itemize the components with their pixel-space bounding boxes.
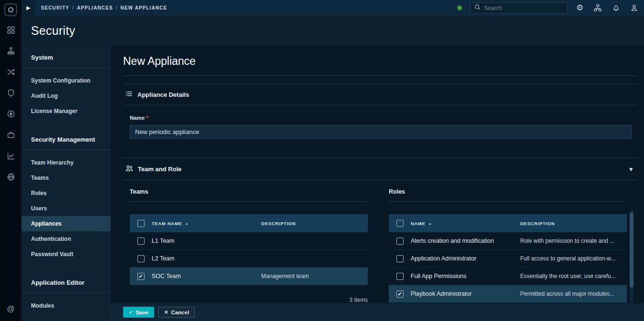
roles-panel: Roles NAME▲ DESCRIPTION Alerts creation …: [389, 180, 634, 321]
team-name-cell: L1 Team: [152, 238, 261, 244]
global-search: [470, 2, 568, 14]
settings-gear-icon[interactable]: ⚙: [576, 4, 583, 12]
team-icon: [125, 164, 134, 174]
sidebar-item-modules[interactable]: Modules: [21, 298, 111, 313]
collapse-chevron-icon[interactable]: ▾: [629, 166, 636, 173]
teams-column-name[interactable]: TEAM NAME▲: [152, 221, 261, 226]
row-checkbox[interactable]: [396, 238, 404, 245]
sidebar-section-security-management: Security Management Team Hierarchy Teams…: [21, 127, 111, 265]
notifications-bell-icon[interactable]: [612, 4, 620, 12]
role-row[interactable]: Alerts creation and modification Role wi…: [389, 232, 627, 250]
role-description-cell: Role with permission to create and ...: [520, 238, 627, 244]
role-row[interactable]: Application Administrator Full access to…: [389, 250, 627, 268]
sidebar-item-appliances[interactable]: Appliances: [21, 216, 111, 231]
sidebar-item-license-manager[interactable]: License Manager: [21, 104, 111, 119]
roles-select-all-checkbox[interactable]: [396, 220, 404, 227]
sidebar-item-audit-log[interactable]: Audit Log: [21, 88, 111, 104]
app-root: @ ▶ SECURITY / APPLIANCES / NEW APPLIANC…: [0, 0, 644, 321]
breadcrumb-item-current: NEW APPLIANCE: [121, 5, 167, 10]
team-row[interactable]: L2 Team: [130, 250, 368, 268]
main-content: New Appliance Appliance Details Name*: [111, 45, 644, 321]
appliance-form: Name*: [123, 105, 638, 150]
row-checkbox[interactable]: [396, 273, 404, 280]
teams-column-description[interactable]: DESCRIPTION: [261, 221, 368, 226]
breadcrumb-separator: /: [116, 5, 118, 10]
workflow-shuffle-icon[interactable]: [7, 68, 15, 76]
sidebar-item-users[interactable]: Users: [21, 201, 111, 216]
roles-label: Roles: [389, 180, 627, 202]
sidebar-item-system-configuration[interactable]: System Configuration: [21, 73, 111, 88]
page-title: New Appliance: [123, 55, 638, 68]
play-icon: ▶: [26, 5, 30, 11]
required-asterisk: *: [146, 115, 148, 121]
sort-asc-icon: ▲: [185, 222, 189, 225]
breadcrumb: SECURITY / APPLIANCES / NEW APPLIANCE: [41, 5, 167, 10]
row-checkbox[interactable]: [396, 255, 404, 262]
sort-asc-icon: ▲: [428, 222, 432, 225]
sidebar-item-teams[interactable]: Teams: [21, 170, 111, 186]
teams-count: 3 items: [130, 297, 368, 303]
icon-rail: @: [0, 0, 21, 321]
nav-expand-button[interactable]: ▶: [21, 0, 35, 16]
appliance-name-input[interactable]: [130, 125, 632, 139]
briefcase-icon[interactable]: [7, 131, 15, 139]
teams-select-all-checkbox[interactable]: [137, 220, 145, 227]
topbar: ▶ SECURITY / APPLIANCES / NEW APPLIANCE …: [21, 0, 644, 16]
sidebar-item-authentication[interactable]: Authentication: [21, 231, 111, 247]
sidebar-section-system: System System Configuration Audit Log Li…: [21, 45, 111, 122]
chart-icon[interactable]: [7, 152, 15, 160]
cancel-button[interactable]: ✕ Cancel: [158, 307, 195, 318]
row-checkbox[interactable]: [396, 290, 404, 298]
section-title: Security: [31, 24, 75, 38]
sitemap-icon[interactable]: [593, 4, 602, 12]
system-status-indicator: [457, 5, 462, 10]
breadcrumb-separator: /: [72, 5, 74, 10]
form-action-bar: ✓ Save ✕ Cancel: [111, 303, 644, 321]
role-description-cell: Full access to general application-w...: [520, 255, 627, 262]
row-checkbox[interactable]: [137, 273, 145, 280]
sidebar-item-password-vault[interactable]: Password Vault: [21, 247, 111, 262]
appliance-details-title: Appliance Details: [137, 91, 189, 98]
app-logo[interactable]: [0, 0, 21, 19]
row-checkbox[interactable]: [137, 255, 145, 262]
search-input[interactable]: [484, 5, 563, 11]
roles-column-description[interactable]: DESCRIPTION: [520, 221, 627, 226]
row-checkbox[interactable]: [137, 238, 145, 245]
name-field-label: Name*: [130, 115, 148, 121]
team-name-cell: L2 Team: [152, 255, 261, 262]
section-titlebar: Security: [21, 16, 644, 45]
dashboard-grid-icon[interactable]: [7, 26, 15, 34]
role-name-cell: Full App Permissions: [411, 273, 520, 280]
close-icon: ✕: [164, 310, 168, 315]
bolt-icon[interactable]: [7, 110, 15, 118]
right-column: ▶ SECURITY / APPLIANCES / NEW APPLIANCE …: [21, 0, 644, 321]
team-name-cell: SOC Team: [152, 273, 261, 280]
hierarchy-icon[interactable]: [7, 47, 15, 55]
breadcrumb-item[interactable]: SECURITY: [41, 5, 69, 10]
roles-column-name[interactable]: NAME▲: [411, 221, 520, 226]
role-row[interactable]: Full App Permissions Essentially the roo…: [389, 268, 627, 285]
at-sign-icon[interactable]: @: [7, 298, 14, 321]
sidebar-item-team-hierarchy[interactable]: Team Hierarchy: [21, 155, 111, 170]
check-icon: ✓: [129, 310, 133, 315]
breadcrumb-item[interactable]: APPLIANCES: [77, 5, 113, 10]
roles-scrollbar-thumb[interactable]: [630, 212, 634, 288]
user-profile-icon[interactable]: [630, 4, 638, 12]
team-and-role-header: Team and Role ▾: [123, 158, 638, 180]
team-row[interactable]: L1 Team: [130, 232, 368, 250]
globe-icon[interactable]: [7, 173, 15, 181]
role-row[interactable]: Playbook Administrator Permitted across …: [389, 285, 627, 303]
list-icon: [125, 90, 133, 99]
team-row[interactable]: SOC Team Management team: [130, 268, 368, 285]
roles-table-header: NAME▲ DESCRIPTION: [389, 214, 627, 232]
sidebar-header-security-management: Security Management: [21, 127, 111, 149]
role-name-cell: Playbook Administrator: [411, 290, 520, 297]
role-name-cell: Alerts creation and modification: [411, 238, 520, 244]
rail-nav: [7, 19, 15, 298]
sidebar-item-roles[interactable]: Roles: [21, 186, 111, 201]
shield-icon[interactable]: [7, 89, 15, 97]
app-logo-icon: [4, 3, 17, 16]
teams-table: TEAM NAME▲ DESCRIPTION L1 Team: [130, 214, 368, 285]
roles-scrollbar-track[interactable]: [630, 211, 634, 303]
save-button[interactable]: ✓ Save: [123, 307, 154, 318]
